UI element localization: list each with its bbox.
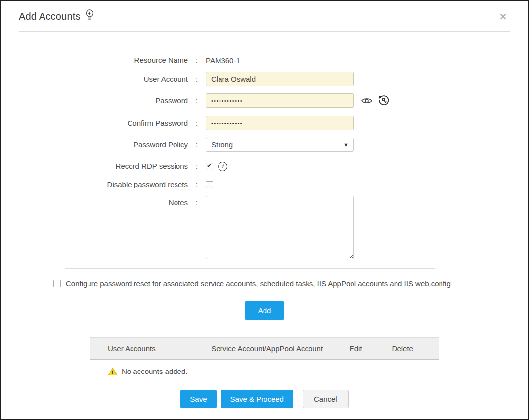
resource-name-label: Resource Name [1,53,188,67]
user-account-row: User Account : [1,72,528,86]
disable-resets-checkbox[interactable] [206,181,213,188]
record-rdp-checkbox[interactable] [206,163,213,170]
resource-name-value: PAM360-1 [206,56,240,65]
footer-actions: Save Save & Proceed Cancel [1,390,528,408]
chevron-down-icon: ▼ [343,142,349,148]
generate-password-icon[interactable] [378,95,390,107]
password-policy-selected-value: Strong [211,140,233,149]
disable-resets-label: Disable password resets [1,178,188,191]
notes-label: Notes [1,196,188,210]
confirm-password-input[interactable] [206,116,354,130]
section-divider [65,268,435,269]
column-header-user-accounts: User Accounts [90,338,212,360]
help-lightbulb-icon[interactable] [85,9,95,22]
dialog-title: Add Accounts [19,11,81,22]
save-and-proceed-button[interactable]: Save & Proceed [221,390,293,408]
accounts-table: User Accounts Service Account/AppPool Ac… [90,337,439,383]
configure-reset-checkbox[interactable] [53,280,61,287]
cancel-button[interactable]: Cancel [303,390,349,408]
add-accounts-dialog: Add Accounts ✕ Resource Name : PAM360-1 … [0,0,529,420]
configure-reset-row: Configure password reset for associated … [53,280,528,288]
header-divider [19,31,510,32]
record-rdp-label: Record RDP sessions [1,159,188,173]
password-policy-row: Password Policy : Strong ▼ [1,138,528,152]
password-policy-select[interactable]: Strong ▼ [206,138,354,152]
close-icon[interactable]: ✕ [499,12,507,22]
info-icon[interactable] [218,162,227,171]
column-header-service-account: Service Account/AppPool Account [211,338,350,360]
column-header-delete: Delete [392,338,439,360]
notes-row: Notes : [1,196,528,259]
confirm-password-row: Confirm Password : [1,116,528,130]
accounts-table-header-row: User Accounts Service Account/AppPool Ac… [90,338,439,360]
password-input[interactable] [206,93,354,108]
user-account-input[interactable] [206,72,354,86]
account-form: Resource Name : PAM360-1 User Account : … [1,32,528,259]
empty-table-row: No accounts added. [90,360,439,383]
add-button[interactable]: Add [245,301,285,320]
warning-icon [108,367,118,376]
record-rdp-row: Record RDP sessions : [1,159,528,173]
disable-resets-row: Disable password resets : [1,178,528,191]
configure-reset-label: Configure password reset for associated … [66,280,451,288]
password-label: Password [1,94,188,108]
dialog-header: Add Accounts ✕ [1,1,528,32]
password-policy-label: Password Policy [1,138,188,152]
confirm-password-label: Confirm Password [1,116,188,130]
password-row: Password : [1,93,528,108]
column-header-edit: Edit [350,338,392,360]
empty-table-message: No accounts added. [122,367,187,375]
save-button[interactable]: Save [180,390,216,408]
user-account-label: User Account [1,72,188,86]
notes-textarea[interactable] [206,196,354,259]
show-password-eye-icon[interactable] [361,96,373,105]
resource-name-row: Resource Name : PAM360-1 [1,53,528,67]
